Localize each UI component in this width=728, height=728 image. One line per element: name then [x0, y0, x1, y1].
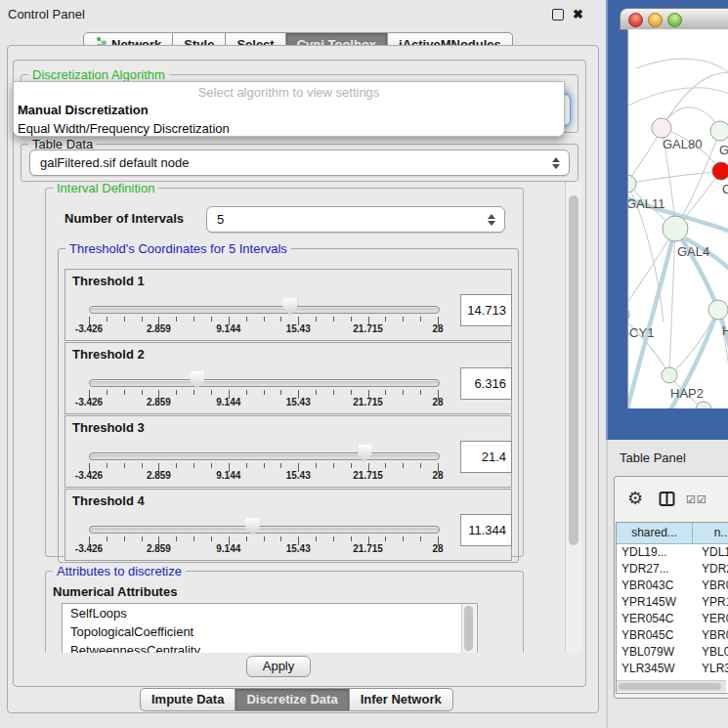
table-data-combobox-value: galFiltered.sif default node: [30, 155, 551, 170]
tab-discretize-data[interactable]: Discretize Data: [236, 688, 349, 711]
threshold-value-field[interactable]: 14.713: [460, 294, 512, 326]
network-node[interactable]: [662, 367, 677, 383]
slider-tick: [351, 390, 352, 395]
combo-arrows-icon: [487, 214, 495, 226]
slider-tick-label: 2.859: [147, 323, 171, 334]
network-node[interactable]: [696, 402, 711, 408]
table-data-combobox[interactable]: galFiltered.sif default node: [29, 150, 570, 176]
network-node[interactable]: [628, 305, 629, 324]
node-table[interactable]: shared...n... YDL19...YDL1YDR27...YDR2YB…: [616, 522, 728, 694]
columns-icon[interactable]: [659, 491, 675, 511]
num-intervals-value: 5: [207, 212, 487, 227]
slider-tick: [142, 463, 143, 468]
network-node-label: GAL4: [677, 244, 709, 259]
slider-tick: [211, 463, 212, 468]
slider-tick: [124, 317, 125, 321]
threshold-slider-track[interactable]: [89, 306, 440, 314]
threshold-label: Threshold 1: [72, 274, 145, 288]
algorithm-popup-prompt: Select algorithm to view settings: [14, 82, 564, 102]
slider-tick: [420, 390, 421, 395]
table-cell: YBL079W: [617, 644, 697, 661]
table-row[interactable]: YBR045CYBR0: [617, 627, 728, 644]
network-node-label: C: [722, 182, 728, 196]
network-edge: [628, 229, 675, 315]
combo-arrows-icon: [551, 157, 560, 169]
gear-icon[interactable]: ⚙: [627, 490, 643, 507]
threshold-slider-track[interactable]: [89, 452, 440, 460]
slider-tick: [211, 390, 212, 395]
network-node[interactable]: [712, 162, 728, 180]
algorithm-option-equal-width-frequency-discretization[interactable]: Equal Width/Frequency Discretization: [14, 120, 564, 139]
num-intervals-combobox[interactable]: 5: [206, 206, 505, 233]
slider-tick-label: -3.426: [75, 470, 103, 481]
threshold-box-4: Threshold 4-3.4262.8599.14415.4321.71528…: [64, 489, 512, 561]
table-row[interactable]: YLR345WYLR3: [617, 661, 728, 677]
slider-tick: [176, 390, 177, 395]
table-cell: YLR345W: [617, 661, 697, 677]
slider-tick-label: 15.43: [286, 470, 311, 481]
slider-tick: [385, 317, 386, 321]
apply-button[interactable]: Apply: [246, 656, 311, 677]
slider-tick: [124, 463, 125, 468]
close-traffic-light-icon[interactable]: [628, 13, 643, 27]
threshold-value-field[interactable]: 6.316: [460, 367, 512, 400]
checkbox-pair-icon[interactable]: ☑☑: [686, 493, 707, 506]
list-item[interactable]: TopologicalCoefficient: [63, 622, 477, 641]
network-node[interactable]: [710, 121, 728, 141]
table-data-group: Table Data galFiltered.sif default node: [21, 144, 578, 182]
column-header-shared-[interactable]: shared...: [617, 523, 693, 544]
slider-tick: [316, 390, 317, 395]
screen: Control Panel ✖ NetworkStyleSelectCyni T…: [0, 0, 728, 728]
numerical-attributes-list[interactable]: SelfLoopsTopologicalCoefficientBetweenne…: [62, 603, 478, 653]
zoom-traffic-light-icon[interactable]: [667, 13, 682, 27]
column-header-n-[interactable]: n...: [693, 523, 728, 544]
close-icon[interactable]: ✖: [573, 8, 583, 21]
slider-tick-label: 21.715: [353, 543, 383, 554]
network-node-label: GA: [719, 143, 728, 157]
table-panel-title: Table Panel: [620, 450, 686, 465]
slider-tick: [176, 536, 177, 541]
settings-scrollbar[interactable]: [565, 182, 581, 653]
slider-tick: [385, 536, 386, 541]
network-canvas[interactable]: GAL80GACGAL11GAL4GCY1HHAP2: [627, 29, 728, 408]
minimize-traffic-light-icon[interactable]: [648, 13, 663, 27]
network-node[interactable]: [628, 175, 636, 193]
slider-tick: [420, 463, 421, 468]
table-row[interactable]: YPR145WYPR1: [617, 594, 728, 611]
table-row[interactable]: YER054CYER0: [617, 611, 728, 627]
threshold-slider-track[interactable]: [89, 379, 440, 387]
slider-tick: [246, 463, 247, 468]
table-cell: YDL19...: [617, 544, 697, 561]
network-window-titlebar[interactable]: [620, 8, 728, 30]
network-node-label: GAL11: [628, 196, 665, 211]
list-item[interactable]: SelfLoops: [63, 604, 477, 622]
table-cell: YBL0: [697, 644, 728, 661]
algorithm-option-manual-discretization[interactable]: Manual Discretization: [14, 102, 564, 120]
table-cell: YBR045C: [617, 627, 697, 644]
table-row[interactable]: YBL079WYBL0: [617, 644, 728, 661]
table-row[interactable]: YDR27...YDR2: [617, 561, 728, 578]
slider-tick: [246, 317, 247, 321]
network-node[interactable]: [708, 300, 728, 320]
float-window-icon[interactable]: [552, 9, 564, 21]
list-item[interactable]: BetweennessCentrality: [63, 641, 477, 653]
table-cell: YPR1: [697, 594, 728, 611]
threshold-value-field[interactable]: 11.344: [460, 514, 512, 546]
tab-infer-network[interactable]: Infer Network: [350, 688, 453, 711]
slider-tick: [264, 536, 265, 541]
network-node[interactable]: [652, 118, 671, 138]
table-hscrollbar[interactable]: [617, 680, 726, 692]
threshold-value-field[interactable]: 21.4: [460, 441, 512, 473]
network-edge: [675, 229, 718, 310]
threshold-slider-track[interactable]: [89, 526, 440, 534]
tab-label: Infer Network: [361, 692, 442, 707]
slider-tick: [403, 390, 404, 395]
table-row[interactable]: YDL19...YDL1: [617, 544, 728, 561]
algorithm-dropdown-popup: Select algorithm to view settings Manual…: [13, 81, 565, 137]
network-node-label: GCY1: [628, 325, 654, 340]
tab-impute-data[interactable]: Impute Data: [140, 688, 236, 711]
attributes-list-scrollbar[interactable]: [461, 604, 476, 653]
slider-tick-label: 9.144: [216, 543, 240, 554]
table-row[interactable]: YBR043CYBR0: [617, 578, 728, 594]
network-node[interactable]: [663, 216, 688, 241]
